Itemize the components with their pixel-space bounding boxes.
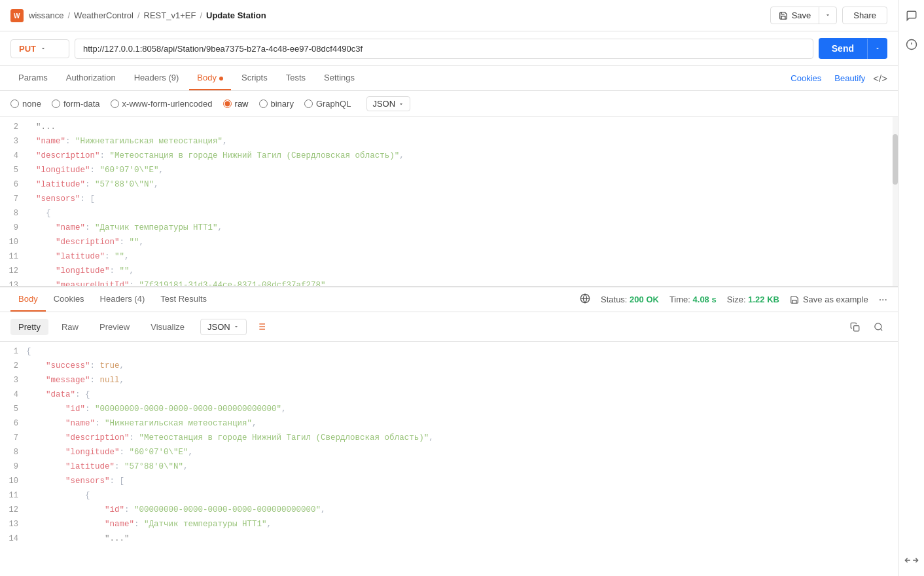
breadcrumb-item-2[interactable]: WeatherControl (74, 10, 133, 20)
send-main-button[interactable]: Send (819, 38, 867, 59)
send-dropdown-button[interactable] (867, 39, 887, 59)
breadcrumb-sep-2: / (137, 10, 140, 20)
save-label: Save (792, 10, 811, 20)
fmt-tab-raw[interactable]: Raw (54, 319, 86, 335)
breadcrumb: wissance / WeatherControl / REST_v1+EF /… (29, 10, 765, 20)
filter-icon[interactable] (252, 317, 270, 336)
share-button[interactable]: Share (842, 7, 887, 24)
header: W wissance / WeatherControl / REST_v1+EF… (0, 0, 898, 31)
breadcrumb-item-1[interactable]: wissance (29, 10, 63, 20)
status-label: Status: 200 OK (601, 295, 659, 304)
save-example-button[interactable]: Save as example (790, 295, 868, 304)
request-scrollbar[interactable] (893, 117, 898, 286)
size-value: 1.22 KB (748, 295, 779, 304)
json-format-select[interactable]: JSON (366, 96, 410, 111)
resp-line-13: 13 "name": "Датчик температуры НТТ1", (0, 517, 898, 531)
radio-form-data[interactable]: form-data (52, 99, 100, 109)
fmt-tab-pretty[interactable]: Pretty (10, 319, 48, 335)
more-options-button[interactable]: ··· (879, 294, 887, 306)
radio-none[interactable]: none (10, 99, 41, 109)
save-dropdown-button[interactable] (819, 7, 836, 24)
radio-graphql[interactable]: GraphQL (304, 99, 351, 109)
resp-line-7: 7 "description": "Метеостанция в городе … (0, 431, 898, 445)
response-code: 1 { 2 "success": true, 3 "message": null… (0, 342, 898, 549)
body-type-group: none form-data x-www-form-urlencoded raw… (10, 96, 410, 111)
search-response-button[interactable] (869, 317, 887, 336)
app-logo: W (10, 9, 24, 22)
tab-settings[interactable]: Settings (316, 66, 363, 90)
req-line-5: 5 "longitude": "60°07'0\"E", (0, 163, 898, 177)
response-tabs-row: Body Cookies Headers (4) Test Results St… (0, 287, 898, 312)
req-line-3: 3 "name": "Нижнетагильская метеостанция"… (0, 134, 898, 149)
radio-binary[interactable]: binary (259, 99, 294, 109)
tab-headers[interactable]: Headers (9) (126, 66, 187, 90)
request-scrollbar-thumb[interactable] (893, 134, 898, 185)
resp-tab-cookies[interactable]: Cookies (46, 287, 92, 312)
resp-line-9: 9 "latitude": "57°88'0\"N", (0, 459, 898, 474)
request-body-code[interactable]: 2 "... 3 "name": "Нижнетагильская метеос… (0, 117, 898, 286)
main-content: W wissance / WeatherControl / REST_v1+EF… (0, 0, 898, 576)
resp-tab-headers[interactable]: Headers (4) (92, 287, 153, 312)
time-value: 4.08 s (693, 295, 717, 304)
breadcrumb-current: Update Station (206, 10, 266, 20)
save-example-label: Save as example (803, 295, 868, 304)
request-tabs: Params Authorization Headers (9) Body Sc… (0, 66, 898, 91)
svg-point-16 (874, 323, 881, 329)
req-line-4: 4 "description": "Метеостанция в городе … (0, 149, 898, 163)
info-icon[interactable] (901, 34, 922, 55)
radio-urlencoded[interactable]: x-www-form-urlencoded (111, 99, 213, 109)
req-line-13: 13 "measureUnitId": "7f319181-31d3-44ce-… (0, 278, 898, 286)
resp-line-8: 8 "longitude": "60°07'0\"E", (0, 445, 898, 459)
breadcrumb-item-3[interactable]: REST_v1+EF (144, 10, 196, 20)
tab-authorization[interactable]: Authorization (58, 66, 124, 90)
response-actions (845, 317, 887, 336)
method-select[interactable]: PUT (10, 39, 69, 58)
body-type-row: none form-data x-www-form-urlencoded raw… (0, 91, 898, 117)
response-json-format-select[interactable]: JSON (200, 319, 247, 335)
resize-icon[interactable] (897, 545, 924, 575)
req-line-8: 8 { (0, 206, 898, 221)
url-input[interactable] (75, 39, 813, 59)
fmt-tab-visualize[interactable]: Visualize (143, 319, 192, 335)
svg-line-17 (880, 329, 882, 331)
response-format-row: Pretty Raw Preview Visualize JSON (0, 312, 898, 342)
resp-tab-test-results[interactable]: Test Results (152, 287, 215, 312)
code-icon[interactable]: </> (873, 73, 887, 84)
resp-line-5: 5 "id": "00000000-0000-0000-0000-0000000… (0, 402, 898, 416)
resp-line-2: 2 "success": true, (0, 359, 898, 373)
breadcrumb-sep-1: / (67, 10, 70, 20)
size-label: Size: 1.22 KB (727, 295, 779, 304)
resp-tab-body[interactable]: Body (10, 287, 46, 312)
req-line-11: 11 "latitude": "", (0, 249, 898, 264)
response-status-bar: Status: 200 OK Time: 4.08 s Size: 1.22 K… (580, 293, 887, 306)
save-main-button[interactable]: Save (771, 7, 819, 24)
tab-tests[interactable]: Tests (278, 66, 313, 90)
req-line-10: 10 "description": "", (0, 235, 898, 249)
tab-params[interactable]: Params (10, 66, 56, 90)
beautify-link[interactable]: Beautify (834, 73, 865, 83)
fmt-tab-preview[interactable]: Preview (92, 319, 137, 335)
response-body: 1 { 2 "success": true, 3 "message": null… (0, 342, 898, 576)
resp-line-14: 14 "..." (0, 531, 898, 546)
save-button[interactable]: Save (770, 7, 838, 24)
cookies-link[interactable]: Cookies (791, 73, 821, 83)
header-actions: Save Share (770, 7, 887, 24)
comment-icon[interactable] (901, 5, 922, 26)
method-value: PUT (19, 44, 36, 54)
status-value: 200 OK (630, 295, 659, 304)
breadcrumb-sep-3: / (200, 10, 202, 20)
copy-response-button[interactable] (845, 317, 864, 336)
req-line-2: 2 "... (0, 120, 898, 134)
right-sidebar (898, 0, 924, 576)
svg-rect-15 (853, 325, 859, 331)
globe-icon (580, 293, 590, 306)
svg-text:W: W (14, 12, 20, 20)
tab-scripts[interactable]: Scripts (234, 66, 275, 90)
resp-line-6: 6 "name": "Нижнетагильская метеостанция"… (0, 416, 898, 431)
req-line-7: 7 "sensors": [ (0, 192, 898, 206)
tab-body[interactable]: Body (189, 66, 231, 90)
radio-raw[interactable]: raw (223, 99, 249, 109)
send-button[interactable]: Send (819, 38, 887, 59)
resp-line-12: 12 "id": "00000000-0000-0000-0000-000000… (0, 503, 898, 517)
response-format-value: JSON (207, 322, 230, 332)
